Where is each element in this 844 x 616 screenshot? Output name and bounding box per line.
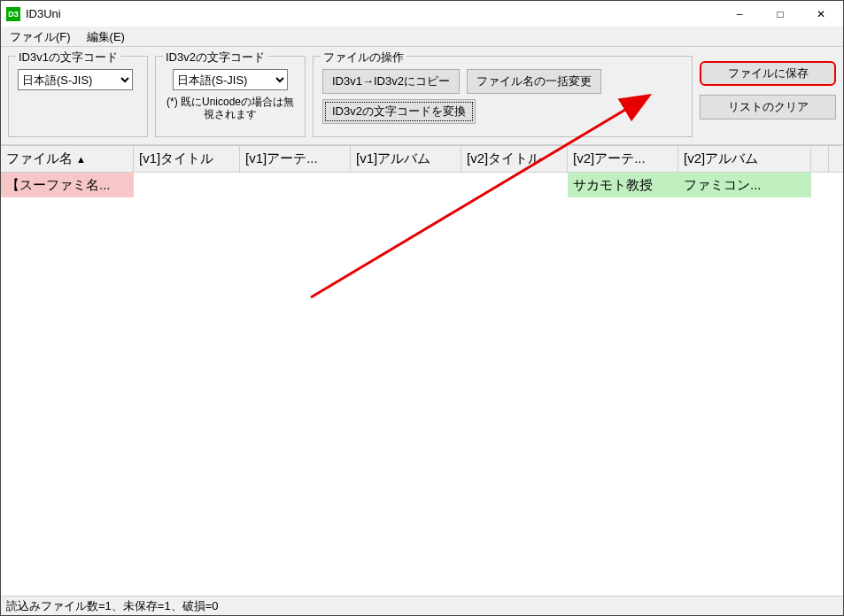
col-header-v2-artist[interactable]: [v2]アーテ... [568,146,678,172]
sort-indicator-icon: ▲ [76,154,86,165]
menu-edit[interactable]: 編集(E) [81,27,130,47]
cell-v1-title [134,173,240,197]
col-header-filename[interactable]: ファイル名 ▲ [1,146,134,172]
batch-rename-button[interactable]: ファイル名の一括変更 [467,69,601,94]
save-to-file-button[interactable]: ファイルに保存 [700,61,836,86]
menu-file[interactable]: ファイル(F) [4,27,76,47]
col-header-extra[interactable] [811,146,829,172]
app-icon: D3 [6,7,20,21]
minimize-button[interactable]: – [719,2,760,27]
group-id3v1-encoding: ID3v1の文字コード 日本語(S-JIS) [8,56,148,137]
menu-bar: ファイル(F) 編集(E) [1,27,843,47]
close-button[interactable]: ✕ [801,2,841,27]
status-text: 読込みファイル数=1、未保存=1、破損=0 [6,598,218,614]
col-header-v1-title[interactable]: [v1]タイトル [134,146,240,172]
col-header-v1-album[interactable]: [v1]アルバム [351,146,461,172]
cell-v2-title [461,173,568,197]
cell-v1-album [351,173,461,197]
convert-v2-encoding-button[interactable]: ID3v2の文字コードを変換 [322,99,476,124]
group-file-ops-legend: ファイルの操作 [321,50,407,65]
col-header-v2-album[interactable]: [v2]アルバム [678,146,811,172]
col-header-v2-title[interactable]: [v2]タイトル [461,146,568,172]
cell-v2-artist: サカモト教授 [568,173,678,197]
group-file-ops: ファイルの操作 ID3v1→ID3v2にコピー ファイル名の一括変更 ID3v2… [313,56,693,137]
group-id3v1-legend: ID3v1の文字コード [16,50,120,65]
clear-list-button[interactable]: リストのクリア [700,95,836,119]
table-row[interactable]: 【スーファミ名... サカモト教授 ファミコン... [1,173,843,197]
right-button-column: ファイルに保存 リストのクリア [700,56,836,137]
col-header-v1-artist[interactable]: [v1]アーテ... [240,146,351,172]
col-header-label: [v1]アーテ... [245,150,318,167]
status-bar: 読込みファイル数=1、未保存=1、破損=0 [1,596,843,615]
title-bar: D3 ID3Uni – □ ✕ [1,1,843,27]
cell-filename: 【スーファミ名... [1,173,134,197]
toolbar: ID3v1の文字コード 日本語(S-JIS) ID3v2の文字コード 日本語(S… [1,47,843,145]
cell-v1-artist [240,173,351,197]
file-list: ファイル名 ▲ [v1]タイトル [v1]アーテ... [v1]アルバム [v2… [1,145,843,579]
cell-v2-album: ファミコン... [678,173,811,197]
maximize-button[interactable]: □ [760,2,801,27]
select-id3v1-encoding[interactable]: 日本語(S-JIS) [18,69,133,90]
window-title: ID3Uni [26,7,61,20]
id3v2-note: (*) 既にUnicodeの場合は無視されます [165,96,296,121]
group-id3v2-encoding: ID3v2の文字コード 日本語(S-JIS) (*) 既にUnicodeの場合は… [155,56,306,137]
select-id3v2-encoding[interactable]: 日本語(S-JIS) [173,69,288,90]
window-controls: – □ ✕ [719,2,841,27]
copy-v1-to-v2-button[interactable]: ID3v1→ID3v2にコピー [322,69,460,94]
col-header-label: ファイル名 [6,150,73,167]
col-header-label: [v2]タイトル [467,150,541,167]
col-header-label: [v1]アルバム [356,150,430,167]
group-id3v2-legend: ID3v2の文字コード [163,50,267,65]
col-header-label: [v2]アーテ... [573,150,646,167]
list-body: 【スーファミ名... サカモト教授 ファミコン... [1,173,843,197]
list-header: ファイル名 ▲ [v1]タイトル [v1]アーテ... [v1]アルバム [v2… [1,146,843,173]
col-header-label: [v2]アルバム [684,150,758,167]
col-header-label: [v1]タイトル [139,150,213,167]
